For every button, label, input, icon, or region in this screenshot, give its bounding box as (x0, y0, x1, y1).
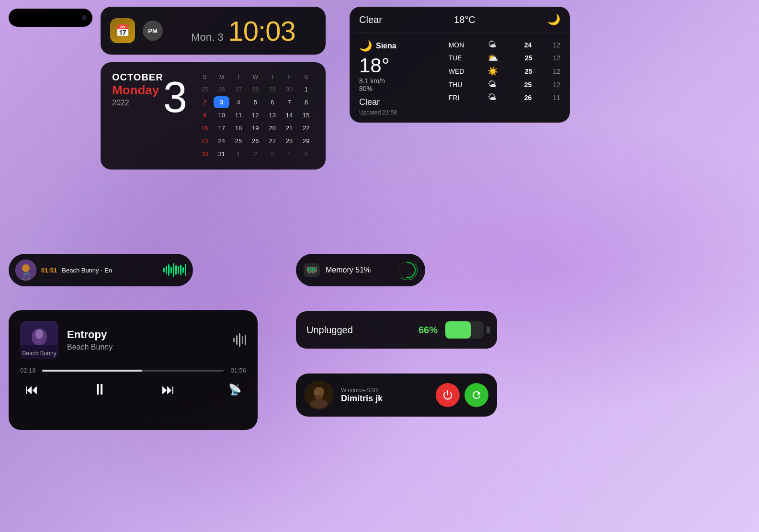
cal-cell: 14 (281, 109, 297, 121)
cal-cell: 1 (298, 83, 314, 95)
forecast-row-tue: TUE ⛅ 25 12 (449, 53, 560, 63)
clock-widget: 📅 PM Mon. 3 10:03 (101, 7, 326, 55)
cal-cell: 30 (197, 148, 213, 160)
music-art: Beach Bunny (20, 321, 58, 359)
cal-month: OCTOBER (112, 72, 163, 83)
svg-rect-7 (314, 268, 315, 271)
cal-cell: 23 (197, 135, 213, 147)
cal-cell: 9 (197, 109, 213, 121)
cal-cell: 6 (264, 96, 280, 108)
battery-bar (445, 321, 484, 339)
vm-widget: Windows-SSD Dimitris jk (296, 374, 497, 417)
cal-cell: 22 (298, 122, 314, 134)
progress-bar[interactable] (42, 370, 224, 372)
vm-power-button[interactable] (436, 383, 460, 407)
svg-text:🎵: 🎵 (21, 272, 32, 281)
cal-cell: 5 (298, 148, 314, 160)
svg-rect-4 (308, 268, 309, 271)
music-mini-title: Beach Bunny - En (62, 267, 159, 274)
camera-dot (82, 15, 87, 20)
cal-cell: 11 (230, 109, 246, 121)
cal-cell: 30 (281, 83, 297, 95)
ram-icon (304, 263, 320, 277)
pause-button[interactable]: ⏸ (92, 381, 107, 398)
cal-cell: 21 (281, 122, 297, 134)
dynamic-island[interactable] (9, 9, 92, 27)
pm-badge: PM (143, 21, 163, 41)
weather-condition: Clear (359, 97, 439, 107)
cal-cell: 12 (248, 109, 263, 121)
cal-cell: 3 (264, 148, 280, 160)
fast-forward-button[interactable]: ⏭ (161, 382, 175, 397)
cal-cell: 15 (298, 109, 314, 121)
progress-remaining: -01:56 (228, 367, 246, 374)
music-mini-waveform (163, 263, 186, 277)
weather-city: Siena (376, 42, 396, 50)
cal-cell: 28 (281, 135, 297, 147)
weather-big-temp: 18° (359, 54, 439, 77)
weather-wind: 8.1 km/h (359, 77, 439, 85)
calendar-widget: OCTOBER Monday 2022 3 S M T W T F S 25 2… (101, 62, 326, 170)
clock-time: 10:03 (228, 15, 295, 47)
vm-avatar (305, 381, 333, 409)
svg-rect-9 (310, 272, 311, 273)
forecast-row-thu: THU 🌤 25 12 (449, 79, 560, 90)
music-mini-widget[interactable]: 🎵 01:51 Beach Bunny - En (9, 254, 193, 286)
memory-circle (397, 260, 418, 280)
cal-cell: 28 (248, 83, 263, 95)
cal-cell: 1 (230, 148, 246, 160)
forecast-row-wed: WED ☀️ 25 12 (449, 66, 560, 77)
cal-cell: 4 (230, 96, 246, 108)
cal-cell: 29 (298, 135, 314, 147)
cal-cell: 8 (298, 96, 314, 108)
battery-percentage: 66% (419, 325, 438, 336)
cal-cell: 20 (264, 122, 280, 134)
cal-cell: 2 (197, 96, 213, 108)
cal-cell: 27 (264, 135, 280, 147)
cal-cell: 31 (214, 148, 229, 160)
airplay-button[interactable]: 📡 (228, 384, 241, 396)
cal-cell: 24 (214, 135, 229, 147)
vm-refresh-button[interactable] (464, 383, 488, 407)
battery-status: Unplugged (306, 325, 411, 336)
cal-cell: 16 (197, 122, 213, 134)
weather-updated: Updated 21:58 (359, 109, 439, 116)
svg-point-13 (399, 262, 416, 278)
music-full-widget[interactable]: Beach Bunny Entropy Beach Bunny 02:18 -0… (9, 310, 258, 430)
cal-cell: 18 (230, 122, 246, 134)
svg-rect-10 (312, 272, 313, 273)
cal-cell: 19 (248, 122, 263, 134)
battery-widget: Unplugged 66% (296, 311, 497, 349)
weather-top-temp: 18°C (454, 14, 476, 25)
rewind-button[interactable]: ⏮ (25, 382, 38, 397)
cal-cell: 13 (264, 109, 280, 121)
music-full-title: Entropy (67, 328, 225, 341)
cal-header-t1: T (230, 72, 246, 82)
cal-cell: 17 (214, 122, 229, 134)
memory-label: Memory 51% (326, 266, 392, 274)
cal-header-s1: S (197, 72, 213, 82)
progress-row[interactable]: 02:18 -01:56 (20, 367, 246, 374)
calendar-icon: 📅 (110, 18, 135, 43)
cal-big-day: 3 (163, 76, 187, 119)
cal-cell: 27 (230, 83, 246, 95)
svg-rect-22 (315, 395, 323, 399)
svg-point-16 (35, 329, 43, 339)
forecast-row-mon: MON 🌤 24 12 (449, 40, 560, 50)
cal-cell: 5 (248, 96, 263, 108)
weather-humidity: 80% (359, 85, 439, 92)
svg-rect-6 (312, 268, 313, 271)
svg-text:Beach Bunny: Beach Bunny (22, 350, 56, 357)
music-mini-avatar: 🎵 (15, 260, 36, 281)
weather-widget: Clear 18°C 🌙 🌙 Siena 18° 8.1 km/h 80% Cl… (350, 7, 570, 123)
svg-rect-8 (308, 272, 309, 273)
cal-today: 3 (214, 96, 229, 108)
memory-widget: Memory 51% (296, 254, 425, 286)
cal-header-f: F (281, 72, 297, 82)
battery-tip (487, 327, 490, 333)
cal-header-m: M (214, 72, 229, 82)
clock-day: Mon. 3 (191, 31, 223, 44)
cal-cell: 10 (214, 109, 229, 121)
music-mini-time: 01:51 (41, 267, 57, 274)
moon-icon: 🌙 (547, 13, 560, 26)
